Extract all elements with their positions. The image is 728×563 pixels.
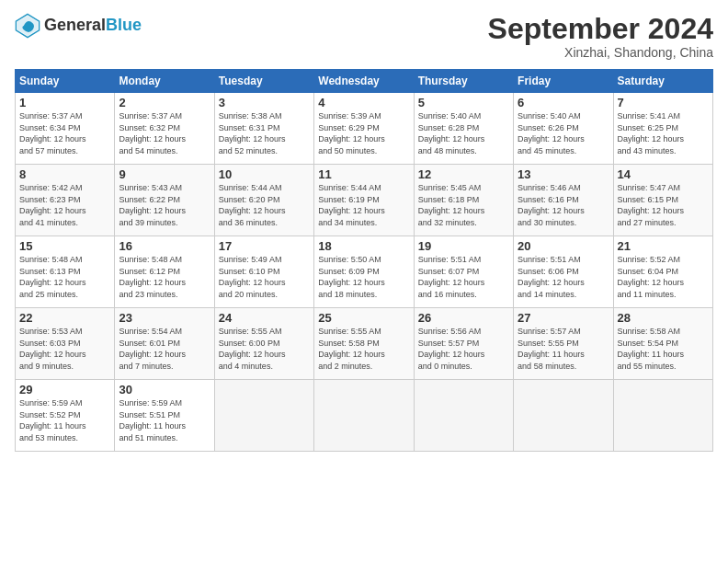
day-number: 26 [418, 311, 509, 325]
day-number: 10 [219, 167, 310, 181]
table-cell: 5Sunrise: 5:40 AM Sunset: 6:28 PM Daylig… [414, 93, 513, 165]
table-cell: 22Sunrise: 5:53 AM Sunset: 6:03 PM Dayli… [16, 308, 115, 380]
table-cell: 1Sunrise: 5:37 AM Sunset: 6:34 PM Daylig… [16, 93, 115, 165]
calendar-table: Sunday Monday Tuesday Wednesday Thursday… [15, 69, 713, 452]
table-cell: 12Sunrise: 5:45 AM Sunset: 6:18 PM Dayli… [414, 165, 513, 236]
table-cell [613, 380, 712, 452]
table-cell: 3Sunrise: 5:38 AM Sunset: 6:31 PM Daylig… [214, 93, 313, 165]
table-cell: 19Sunrise: 5:51 AM Sunset: 6:07 PM Dayli… [414, 236, 513, 308]
day-number: 17 [219, 239, 310, 253]
header: GeneralBlue September 2024 Xinzhai, Shan… [15, 13, 713, 60]
day-info: Sunrise: 5:44 AM Sunset: 6:20 PM Dayligh… [219, 182, 310, 228]
table-cell: 21Sunrise: 5:52 AM Sunset: 6:04 PM Dayli… [613, 236, 712, 308]
table-cell: 10Sunrise: 5:44 AM Sunset: 6:20 PM Dayli… [214, 165, 313, 236]
day-number: 20 [518, 239, 609, 253]
table-cell: 14Sunrise: 5:47 AM Sunset: 6:15 PM Dayli… [613, 165, 712, 236]
day-number: 8 [19, 167, 110, 181]
day-info: Sunrise: 5:44 AM Sunset: 6:19 PM Dayligh… [318, 182, 409, 228]
day-info: Sunrise: 5:47 AM Sunset: 6:15 PM Dayligh… [618, 182, 709, 228]
day-info: Sunrise: 5:48 AM Sunset: 6:13 PM Dayligh… [19, 254, 110, 300]
day-info: Sunrise: 5:48 AM Sunset: 6:12 PM Dayligh… [119, 254, 210, 300]
table-cell: 23Sunrise: 5:54 AM Sunset: 6:01 PM Dayli… [115, 308, 214, 380]
table-cell: 25Sunrise: 5:55 AM Sunset: 5:58 PM Dayli… [314, 308, 414, 380]
day-number: 29 [19, 383, 110, 396]
day-number: 7 [618, 96, 709, 109]
day-number: 16 [119, 239, 210, 253]
table-cell: 11Sunrise: 5:44 AM Sunset: 6:19 PM Dayli… [314, 165, 414, 236]
day-number: 6 [518, 96, 609, 109]
day-info: Sunrise: 5:37 AM Sunset: 6:34 PM Dayligh… [19, 110, 110, 156]
table-cell: 8Sunrise: 5:42 AM Sunset: 6:23 PM Daylig… [16, 165, 115, 236]
day-number: 14 [618, 167, 709, 181]
day-number: 21 [618, 239, 709, 253]
page: GeneralBlue September 2024 Xinzhai, Shan… [0, 0, 728, 563]
day-info: Sunrise: 5:50 AM Sunset: 6:09 PM Dayligh… [318, 254, 409, 300]
day-info: Sunrise: 5:52 AM Sunset: 6:04 PM Dayligh… [618, 254, 709, 300]
logo: GeneralBlue [15, 13, 142, 39]
day-info: Sunrise: 5:38 AM Sunset: 6:31 PM Dayligh… [219, 110, 310, 156]
day-info: Sunrise: 5:40 AM Sunset: 6:26 PM Dayligh… [518, 110, 609, 156]
col-saturday: Saturday [613, 70, 712, 93]
day-number: 15 [19, 239, 110, 253]
table-cell: 6Sunrise: 5:40 AM Sunset: 6:26 PM Daylig… [514, 93, 613, 165]
day-info: Sunrise: 5:51 AM Sunset: 6:07 PM Dayligh… [418, 254, 509, 300]
month-title: September 2024 [488, 13, 713, 45]
day-number: 19 [418, 239, 509, 253]
day-info: Sunrise: 5:45 AM Sunset: 6:18 PM Dayligh… [418, 182, 509, 228]
day-info: Sunrise: 5:59 AM Sunset: 5:51 PM Dayligh… [119, 397, 210, 443]
day-number: 28 [618, 311, 709, 325]
day-number: 18 [318, 239, 409, 253]
table-cell: 30Sunrise: 5:59 AM Sunset: 5:51 PM Dayli… [115, 380, 214, 452]
table-cell: 15Sunrise: 5:48 AM Sunset: 6:13 PM Dayli… [16, 236, 115, 308]
day-number: 12 [418, 167, 509, 181]
day-info: Sunrise: 5:46 AM Sunset: 6:16 PM Dayligh… [518, 182, 609, 228]
day-number: 25 [318, 311, 409, 325]
table-cell: 13Sunrise: 5:46 AM Sunset: 6:16 PM Dayli… [514, 165, 613, 236]
day-info: Sunrise: 5:37 AM Sunset: 6:32 PM Dayligh… [119, 110, 210, 156]
day-info: Sunrise: 5:49 AM Sunset: 6:10 PM Dayligh… [219, 254, 310, 300]
day-number: 4 [318, 96, 409, 109]
table-cell: 4Sunrise: 5:39 AM Sunset: 6:29 PM Daylig… [314, 93, 414, 165]
day-info: Sunrise: 5:43 AM Sunset: 6:22 PM Dayligh… [119, 182, 210, 228]
week-row-2: 8Sunrise: 5:42 AM Sunset: 6:23 PM Daylig… [16, 165, 713, 236]
table-cell [214, 380, 313, 452]
col-monday: Monday [115, 70, 214, 93]
table-cell: 16Sunrise: 5:48 AM Sunset: 6:12 PM Dayli… [115, 236, 214, 308]
day-info: Sunrise: 5:55 AM Sunset: 5:58 PM Dayligh… [318, 326, 409, 372]
day-number: 13 [518, 167, 609, 181]
week-row-1: 1Sunrise: 5:37 AM Sunset: 6:34 PM Daylig… [16, 93, 713, 165]
day-number: 2 [119, 96, 210, 109]
day-info: Sunrise: 5:51 AM Sunset: 6:06 PM Dayligh… [518, 254, 609, 300]
table-cell: 17Sunrise: 5:49 AM Sunset: 6:10 PM Dayli… [214, 236, 313, 308]
table-cell [514, 380, 613, 452]
col-thursday: Thursday [414, 70, 513, 93]
day-info: Sunrise: 5:54 AM Sunset: 6:01 PM Dayligh… [119, 326, 210, 372]
table-cell [414, 380, 513, 452]
header-row: Sunday Monday Tuesday Wednesday Thursday… [16, 70, 713, 93]
table-cell: 26Sunrise: 5:56 AM Sunset: 5:57 PM Dayli… [414, 308, 513, 380]
col-sunday: Sunday [16, 70, 115, 93]
table-cell: 29Sunrise: 5:59 AM Sunset: 5:52 PM Dayli… [16, 380, 115, 452]
day-number: 23 [119, 311, 210, 325]
day-info: Sunrise: 5:59 AM Sunset: 5:52 PM Dayligh… [19, 397, 110, 443]
day-number: 1 [19, 96, 110, 109]
day-number: 9 [119, 167, 210, 181]
table-cell: 9Sunrise: 5:43 AM Sunset: 6:22 PM Daylig… [115, 165, 214, 236]
week-row-4: 22Sunrise: 5:53 AM Sunset: 6:03 PM Dayli… [16, 308, 713, 380]
day-number: 3 [219, 96, 310, 109]
day-info: Sunrise: 5:55 AM Sunset: 6:00 PM Dayligh… [219, 326, 310, 372]
col-tuesday: Tuesday [214, 70, 313, 93]
col-friday: Friday [514, 70, 613, 93]
table-cell: 27Sunrise: 5:57 AM Sunset: 5:55 PM Dayli… [514, 308, 613, 380]
day-info: Sunrise: 5:58 AM Sunset: 5:54 PM Dayligh… [618, 326, 709, 372]
day-number: 27 [518, 311, 609, 325]
logo-icon [15, 13, 40, 39]
col-wednesday: Wednesday [314, 70, 414, 93]
day-info: Sunrise: 5:41 AM Sunset: 6:25 PM Dayligh… [618, 110, 709, 156]
table-cell: 2Sunrise: 5:37 AM Sunset: 6:32 PM Daylig… [115, 93, 214, 165]
table-cell: 18Sunrise: 5:50 AM Sunset: 6:09 PM Dayli… [314, 236, 414, 308]
day-info: Sunrise: 5:56 AM Sunset: 5:57 PM Dayligh… [418, 326, 509, 372]
table-cell: 20Sunrise: 5:51 AM Sunset: 6:06 PM Dayli… [514, 236, 613, 308]
location: Xinzhai, Shandong, China [488, 45, 713, 60]
day-number: 24 [219, 311, 310, 325]
